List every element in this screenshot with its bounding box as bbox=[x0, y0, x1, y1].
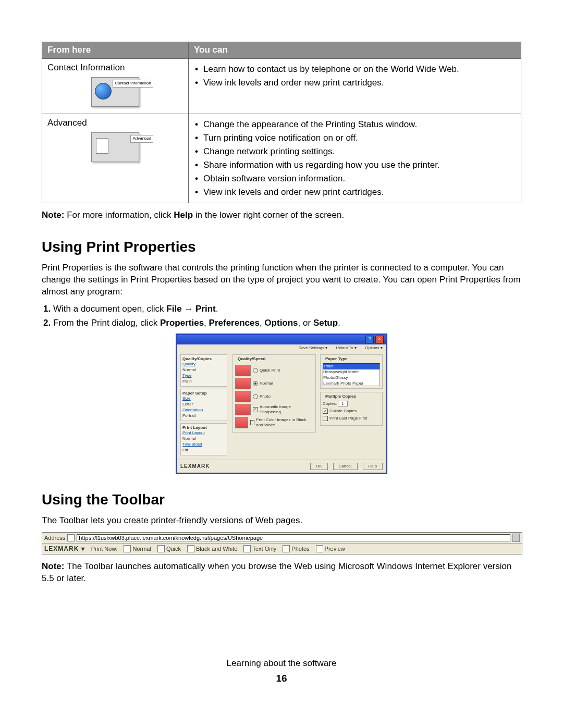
cell-youcan: Change the appearance of the Printing St… bbox=[189, 114, 521, 203]
toolbar-item-quick[interactable]: Quick bbox=[157, 545, 181, 553]
step-item: With a document open, click File → Print… bbox=[53, 303, 521, 315]
document-icon bbox=[96, 138, 108, 154]
step-item: From the Print dialog, click Properties,… bbox=[53, 317, 521, 329]
toolbar-item-preview[interactable]: Preview bbox=[316, 545, 345, 553]
note-text: Note: The Toolbar launches automatically… bbox=[42, 561, 521, 585]
address-bar: Address bbox=[42, 533, 522, 544]
list-item: Share information with us regarding how … bbox=[194, 159, 516, 171]
copies-input[interactable]: 1 bbox=[338, 401, 347, 406]
cancel-button[interactable]: Cancel bbox=[333, 463, 358, 471]
cell-from: Advanced Advanced bbox=[42, 114, 189, 203]
chk-auto-sharpen[interactable] bbox=[253, 407, 258, 412]
list-item: Obtain software version information. bbox=[194, 173, 516, 185]
toolbar-screenshot: Address LEXMARK ▾ Print Now: Normal Quic… bbox=[42, 532, 522, 554]
printer-icon bbox=[124, 545, 131, 552]
page-icon bbox=[67, 534, 75, 541]
page-number: 16 bbox=[42, 672, 521, 685]
help-button[interactable]: ? bbox=[365, 336, 374, 343]
option-icon bbox=[235, 417, 248, 428]
print-now-label: Print Now: bbox=[91, 545, 118, 553]
help-button[interactable]: Help bbox=[363, 463, 383, 471]
dialog-button-row: LEXMARK OK Cancel Help bbox=[177, 460, 386, 473]
page-footer: Learning about the software 16 bbox=[42, 658, 521, 685]
list-item: View ink levels and order new print cart… bbox=[194, 77, 516, 89]
radio-normal[interactable] bbox=[253, 381, 258, 386]
globe-icon bbox=[95, 83, 112, 100]
cell-from: Contact Information Contact Information bbox=[42, 58, 189, 114]
address-input[interactable] bbox=[77, 534, 510, 541]
table-header-from: From here bbox=[42, 42, 189, 59]
thumbnail-badge: Contact Information bbox=[113, 80, 153, 88]
paper-type-list[interactable]: Plain Heavyweight Matte Photo/Glossy Lex… bbox=[323, 363, 380, 386]
list-item: View ink levels and order new print cart… bbox=[194, 187, 516, 199]
option-icon bbox=[235, 404, 251, 415]
toolbar-item-text-only[interactable]: Text Only bbox=[243, 545, 276, 553]
ok-button[interactable]: OK bbox=[310, 463, 328, 471]
print-properties-dialog-screenshot: ? × Save Settings ▾ I Want To ▾ Options … bbox=[42, 334, 521, 475]
close-button[interactable]: × bbox=[375, 336, 384, 343]
page: From here You can Contact Information Co… bbox=[0, 0, 563, 728]
dialog-titlebar: ? × bbox=[177, 335, 386, 344]
sidebar-paper-setup[interactable]: Paper Setup Size Letter Orientation Port… bbox=[180, 389, 227, 421]
dialog-sidebar: Quality/Copies Quality Normal Type Plain… bbox=[177, 352, 229, 460]
chk-bw[interactable] bbox=[250, 420, 255, 425]
heading-using-toolbar: Using the Toolbar bbox=[42, 490, 521, 510]
contact-info-thumbnail: Contact Information bbox=[91, 77, 139, 107]
quality-icon bbox=[235, 365, 251, 376]
from-here-table: From here You can Contact Information Co… bbox=[42, 42, 521, 203]
list-item: Change the appearance of the Printing St… bbox=[194, 119, 516, 131]
radio-photo[interactable] bbox=[253, 394, 258, 399]
toolbar-item-photos[interactable]: Photos bbox=[283, 545, 309, 553]
text-icon bbox=[243, 545, 251, 552]
paragraph: Print Properties is the software that co… bbox=[42, 262, 521, 298]
from-label: Contact Information bbox=[47, 63, 125, 72]
toolbar-brand[interactable]: LEXMARK ▾ bbox=[44, 545, 85, 553]
quality-icon bbox=[235, 391, 251, 402]
table-header-youcan: You can bbox=[189, 42, 521, 59]
thumbnail-wrap: Advanced bbox=[47, 132, 183, 166]
preview-icon bbox=[316, 545, 323, 552]
dialog-menu-row: Save Settings ▾ I Want To ▾ Options ▾ bbox=[177, 344, 386, 352]
cell-youcan: Learn how to contact us by telephone or … bbox=[189, 58, 521, 114]
options-menu[interactable]: Options ▾ bbox=[365, 346, 383, 350]
advanced-thumbnail: Advanced bbox=[91, 132, 139, 162]
note-text: Note: For more information, click Help i… bbox=[42, 209, 521, 221]
brand-logo: LEXMARK bbox=[180, 463, 210, 470]
toolbar-row: LEXMARK ▾ Print Now: Normal Quick Black … bbox=[42, 544, 522, 554]
quick-icon bbox=[157, 545, 165, 552]
print-properties-dialog: ? × Save Settings ▾ I Want To ▾ Options … bbox=[176, 334, 387, 475]
group-quality-speed: Quality/Speed Quick Print Normal Photo A… bbox=[232, 354, 316, 433]
sidebar-print-layout[interactable]: Print Layout Print Layout Normal Two-Sid… bbox=[180, 423, 227, 455]
thumbnail-wrap: Contact Information bbox=[47, 77, 183, 110]
list-item: Change network printing settings. bbox=[194, 146, 516, 158]
paragraph: The Toolbar lets you create printer-frie… bbox=[42, 515, 521, 527]
list-item: Learn how to contact us by telephone or … bbox=[194, 64, 516, 76]
radio-quick-print[interactable] bbox=[253, 368, 258, 373]
sidebar-quality-copies[interactable]: Quality/Copies Quality Normal Type Plain bbox=[180, 354, 227, 387]
save-settings-menu[interactable]: Save Settings ▾ bbox=[299, 346, 328, 350]
heading-using-print-properties: Using Print Properties bbox=[42, 237, 521, 257]
bw-icon bbox=[187, 545, 194, 552]
photos-icon bbox=[283, 545, 290, 552]
table-row: Contact Information Contact Information … bbox=[42, 58, 521, 114]
from-label: Advanced bbox=[47, 118, 87, 128]
thumbnail-badge: Advanced bbox=[130, 135, 153, 143]
toolbar-item-normal[interactable]: Normal bbox=[124, 545, 151, 553]
steps-list: With a document open, click File → Print… bbox=[44, 303, 521, 329]
address-dropdown[interactable] bbox=[512, 534, 520, 542]
toolbar-item-bw[interactable]: Black and White bbox=[187, 545, 237, 553]
chk-collate[interactable] bbox=[323, 409, 328, 414]
group-paper-type: Paper Type Plain Heavyweight Matte Photo… bbox=[320, 354, 383, 389]
i-want-to-menu[interactable]: I Want To ▾ bbox=[336, 346, 357, 350]
list-item: Turn printing voice notification on or o… bbox=[194, 132, 516, 144]
address-label: Address bbox=[44, 534, 65, 542]
chk-last-first[interactable] bbox=[323, 416, 328, 421]
footer-caption: Learning about the software bbox=[42, 658, 521, 670]
table-row: Advanced Advanced Change the appearance … bbox=[42, 114, 521, 203]
quality-icon bbox=[235, 378, 251, 389]
group-multiple-copies: Multiple Copies Copies: 1 Collate Copies… bbox=[320, 392, 383, 425]
